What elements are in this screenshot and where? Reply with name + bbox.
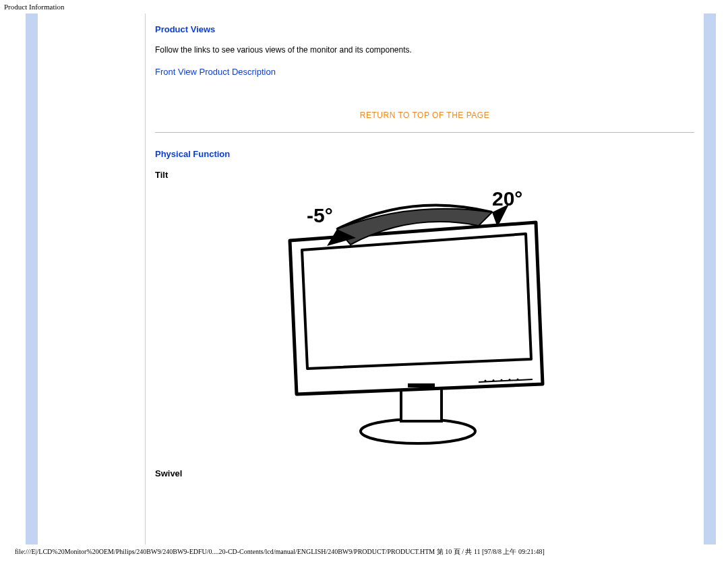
angle-back-label: -5° [307,204,333,226]
monitor-tilt-icon: -5° 20° [243,185,607,455]
main-frame: Product Views Follow the links to see va… [0,13,728,544]
svg-point-5 [501,379,503,381]
footer-file-path: file:///E|/LCD%20Monitor%20OEM/Philips/2… [0,544,728,562]
physical-function-heading: Physical Function [155,145,694,159]
angle-forward-label: 20° [492,187,522,210]
swivel-label: Swivel [155,468,694,478]
left-decor-stripe [26,13,38,544]
svg-point-4 [493,379,495,381]
svg-point-6 [509,379,511,381]
tilt-diagram: -5° 20° [243,185,607,455]
product-views-heading: Product Views [155,13,694,34]
product-views-text: Follow the links to see various views of… [155,45,694,55]
page-header-title: Product Information [0,0,728,13]
right-decor-stripe [704,13,716,544]
svg-point-3 [485,380,487,382]
svg-rect-8 [408,383,435,387]
return-to-top-link[interactable]: RETURN TO TOP OF THE PAGE [155,111,694,120]
tilt-label: Tilt [155,170,694,180]
content-column: Product Views Follow the links to see va… [145,13,704,544]
front-view-link[interactable]: Front View Product Description [155,67,276,77]
left-nav-column [38,13,145,544]
svg-point-0 [361,419,475,443]
svg-point-7 [517,379,519,381]
section-divider [155,132,694,133]
